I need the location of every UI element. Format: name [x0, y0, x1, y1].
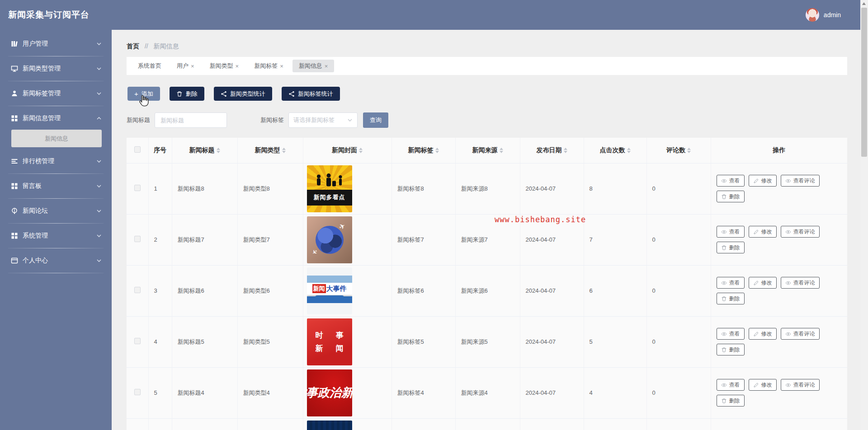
tab-label: 系统首页: [138, 62, 161, 70]
cell-tag: 新闻标签7: [392, 214, 455, 265]
news-tag-stats-button[interactable]: 新闻标签统计: [282, 87, 340, 101]
grid-icon: [11, 232, 18, 239]
row-checkbox[interactable]: [134, 338, 141, 344]
tab-user[interactable]: 用户×: [170, 60, 201, 72]
tab-news-info[interactable]: 新闻信息×: [292, 60, 335, 72]
tab-news-tag[interactable]: 新闻标签×: [248, 60, 290, 72]
user-area[interactable]: admin: [806, 0, 841, 30]
view-button[interactable]: 查看: [717, 277, 745, 289]
col-header-source[interactable]: 新闻来源: [455, 138, 520, 163]
view-button[interactable]: 查看: [717, 328, 745, 340]
row-checkbox[interactable]: [134, 236, 141, 242]
sort-icon[interactable]: [359, 148, 363, 153]
news-tag-select[interactable]: 请选择新闻标签: [288, 112, 358, 128]
col-header-type[interactable]: 新闻类型: [237, 138, 303, 163]
col-header-date[interactable]: 发布日期: [520, 138, 584, 163]
delete-button[interactable]: 删除: [170, 87, 204, 101]
cell-source: 新闻来源8: [455, 163, 520, 214]
sort-icon[interactable]: [627, 148, 631, 153]
trash-icon: [176, 91, 183, 97]
col-header-title[interactable]: 新闻标题: [172, 138, 237, 163]
col-header-cover[interactable]: 新闻封面: [303, 138, 392, 163]
news-cover-image[interactable]: 新闻多看点: [307, 165, 352, 212]
news-cover-image[interactable]: [307, 421, 352, 430]
sort-icon[interactable]: [500, 148, 503, 153]
row-checkbox[interactable]: [134, 185, 141, 191]
col-header-no[interactable]: 序号: [148, 138, 172, 163]
sort-icon[interactable]: [282, 148, 286, 153]
view-comments-button[interactable]: 查看评论: [781, 175, 820, 187]
edit-button[interactable]: 修改: [749, 175, 777, 187]
sidebar-item-news-info-management[interactable]: 新闻信息管理: [0, 108, 112, 129]
delete-row-button[interactable]: 删除: [717, 191, 745, 202]
sidebar-item-message-board[interactable]: 留言板: [0, 176, 112, 196]
edit-button[interactable]: 修改: [749, 277, 777, 289]
tab-news-type[interactable]: 新闻类型×: [203, 60, 245, 72]
col-header-tag[interactable]: 新闻标签: [392, 138, 455, 163]
delete-row-button[interactable]: 删除: [717, 293, 745, 304]
news-cover-image[interactable]: 新闻 大事件: [307, 267, 352, 314]
plane-icon: ✈: [310, 248, 319, 257]
view-comments-button[interactable]: 查看评论: [781, 226, 820, 238]
row-checkbox[interactable]: [134, 287, 141, 293]
sort-icon[interactable]: [687, 148, 691, 153]
sort-icon[interactable]: [564, 148, 567, 153]
col-header-clicks[interactable]: 点击次数: [584, 138, 646, 163]
cell-date: 2024-04-07: [520, 367, 584, 418]
view-comments-button[interactable]: 查看评论: [781, 328, 820, 340]
edit-button[interactable]: 修改: [749, 379, 777, 391]
news-cover-image[interactable]: 时事政治新闻: [307, 369, 352, 416]
sidebar-item-news-forum[interactable]: 新闻论坛: [0, 201, 112, 221]
close-icon[interactable]: ×: [191, 63, 194, 70]
sidebar-item-news-tag-management[interactable]: 新闻标签管理: [0, 83, 112, 104]
edit-button[interactable]: 修改: [749, 226, 777, 238]
view-button[interactable]: 查看: [717, 226, 745, 238]
select-all-checkbox[interactable]: [134, 146, 141, 153]
view-button[interactable]: 查看: [717, 379, 745, 391]
view-comments-button[interactable]: 查看评论: [781, 277, 820, 289]
sidebar-item-news-type-management[interactable]: 新闻类型管理: [0, 58, 112, 79]
news-type-stats-button[interactable]: 新闻类型统计: [214, 87, 272, 101]
avatar[interactable]: [806, 8, 819, 22]
breadcrumb-home[interactable]: 首页: [127, 42, 139, 50]
toolbar: + 添加 删除 新闻类型统计 新闻标签统计: [127, 87, 340, 101]
search-button[interactable]: 查询: [363, 112, 388, 128]
sidebar-item-personal-center[interactable]: 个人中心: [0, 250, 112, 271]
trash-icon: [721, 347, 727, 353]
delete-row-button[interactable]: 删除: [717, 395, 745, 407]
sidebar-item-ranking-management[interactable]: 排行榜管理: [0, 151, 112, 172]
sort-icon[interactable]: [435, 148, 439, 153]
scroll-up-icon[interactable]: [862, 2, 866, 5]
tab-bar: 系统首页 用户× 新闻类型× 新闻标签× 新闻信息×: [127, 57, 847, 75]
view-comments-button[interactable]: 查看评论: [781, 379, 820, 391]
tab-system-home[interactable]: 系统首页: [132, 60, 168, 72]
col-header-comments[interactable]: 评论数: [646, 138, 711, 163]
edit-button[interactable]: 修改: [749, 328, 777, 340]
add-button[interactable]: + 添加: [127, 87, 160, 101]
sidebar-item-user-management[interactable]: 用户管理: [0, 33, 112, 54]
chevron-down-icon: [96, 159, 102, 164]
sidebar-subitem-news-info[interactable]: 新闻信息: [11, 130, 102, 147]
cell-tag: 新闻标签8: [392, 163, 455, 214]
news-cover-image[interactable]: 时 事 新 闻: [307, 318, 352, 365]
sidebar-item-system-management[interactable]: 系统管理: [0, 225, 112, 246]
news-title-input[interactable]: [155, 112, 227, 128]
scrollbar-thumb[interactable]: [861, 8, 867, 157]
delete-row-button[interactable]: 删除: [717, 242, 745, 253]
close-icon[interactable]: ×: [280, 63, 283, 70]
close-icon[interactable]: ×: [325, 63, 328, 70]
cell-title: 新闻标题8: [172, 163, 237, 214]
table-row: 4 新闻标题5 新闻类型5 时 事 新 闻 新闻标签5 新闻来源5 2024-0…: [127, 316, 847, 367]
sort-icon[interactable]: [217, 148, 220, 153]
close-icon[interactable]: ×: [236, 63, 239, 70]
scrollbar[interactable]: [860, 0, 868, 430]
cell-no: 2: [148, 214, 172, 265]
row-checkbox[interactable]: [134, 389, 141, 395]
delete-row-button[interactable]: 删除: [717, 344, 745, 355]
cell-date: 2024-04-07: [520, 163, 584, 214]
cell-title: 新闻标题6: [172, 265, 237, 316]
cell-type: 新闻类型6: [237, 265, 303, 316]
news-cover-image[interactable]: ✈ ✈: [307, 216, 352, 263]
view-button[interactable]: 查看: [717, 175, 745, 187]
table-header-row: 序号 新闻标题 新闻类型 新闻封面 新闻标签 新闻来源 发布日期 点击次数 评论…: [127, 138, 847, 163]
